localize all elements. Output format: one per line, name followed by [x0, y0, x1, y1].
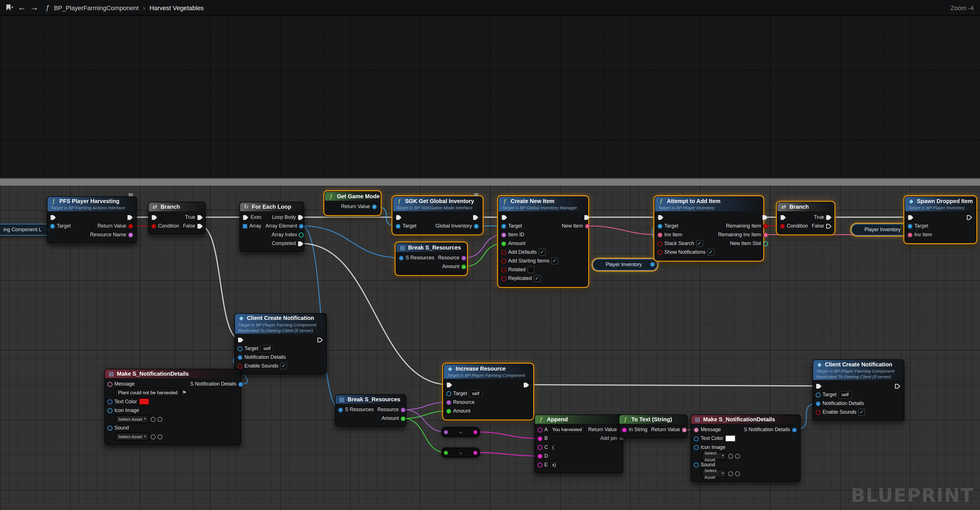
rotated-checkbox[interactable]: [527, 266, 534, 273]
pin-icon-image[interactable]: [694, 445, 699, 450]
forward-button[interactable]: →: [30, 0, 38, 15]
pin-global-inventory[interactable]: [474, 223, 479, 228]
pin-item-id[interactable]: [501, 232, 506, 237]
sound-asset-picker[interactable]: Select Asset▾: [116, 433, 149, 441]
pin-false[interactable]: [197, 223, 203, 229]
show-notifications-checkbox[interactable]: ✓: [707, 249, 714, 255]
target-value-chip[interactable]: self: [838, 391, 852, 398]
pin-text-color[interactable]: [694, 436, 699, 441]
pin-notification-details[interactable]: [816, 401, 821, 406]
enable-sounds-checkbox[interactable]: ✓: [280, 362, 287, 369]
branch-1[interactable]: ⇄BranchConditionTrueFalse: [148, 202, 205, 234]
pin-show-notifications[interactable]: [657, 250, 663, 255]
pin-exec-in[interactable]: [907, 214, 913, 220]
pin-new-item-slot[interactable]: [763, 241, 768, 246]
client-create-notification-1[interactable]: ◆Client Create NotificationTarget is BP …: [234, 313, 327, 375]
pin-exec-out[interactable]: [894, 383, 900, 389]
icon-image-asset-picker[interactable]: Select Asset▾: [702, 452, 726, 460]
pin-sound[interactable]: [108, 425, 113, 430]
sound-asset-picker[interactable]: Select Asset▾: [702, 469, 726, 478]
pin-exec-out[interactable]: [127, 214, 133, 220]
pin-exec-in[interactable]: [243, 214, 249, 220]
pin-exec-in[interactable]: [657, 214, 663, 220]
asset-browse-icon[interactable]: [735, 471, 740, 476]
break-s-resources-2[interactable]: ▤Break S_ResourcesS ResourcesResourceAmo…: [335, 394, 406, 427]
pin-c[interactable]: [538, 445, 542, 450]
pin-resource-name[interactable]: [128, 232, 133, 237]
pin-exec-out[interactable]: [966, 214, 972, 220]
pin-enable-sounds[interactable]: [237, 363, 243, 369]
pin-exec-out[interactable]: [317, 336, 323, 343]
make-s-notificationdetails-2[interactable]: ▤Make S_NotificationDetailsMessageText C…: [690, 414, 801, 482]
text-color-color-swatch[interactable]: [139, 398, 150, 405]
graph-canvas[interactable]: ing Component L✉ƒPFS Player HarvestingTa…: [0, 0, 980, 510]
pin-d[interactable]: [538, 453, 542, 459]
make-s-notificationdetails-1[interactable]: ▤Make S_NotificationDetailsMessagePlant …: [104, 369, 241, 445]
asset-use-icon[interactable]: [150, 434, 155, 439]
player-inventory-1[interactable]: Player Inventory: [592, 259, 657, 271]
pin-exec-out[interactable]: [473, 214, 479, 220]
break-s-resources-1[interactable]: ▤Break S_ResourcesS ResourcesResourceAmo…: [396, 242, 467, 275]
pin-amount[interactable]: [501, 241, 506, 246]
text-color-color-swatch[interactable]: [725, 435, 736, 442]
asset-browse-icon[interactable]: [158, 434, 162, 439]
pin-message[interactable]: [694, 427, 699, 432]
pin-resource[interactable]: [461, 255, 466, 260]
add-defaults-checkbox[interactable]: ✓: [539, 249, 546, 255]
pin-out[interactable]: [238, 382, 243, 387]
add-starting-items-checkbox[interactable]: ✓: [551, 257, 558, 264]
pin-stack-search[interactable]: [657, 241, 663, 246]
pin-inv-item[interactable]: [657, 232, 663, 237]
pin-exec-in[interactable]: [237, 336, 244, 343]
pin-amount[interactable]: [461, 264, 466, 269]
pin-notification-details[interactable]: [237, 355, 243, 360]
pin-b[interactable]: [538, 436, 542, 441]
append[interactable]: ƒAppendAYou harvestedBC(DEx)Return Value…: [535, 414, 623, 473]
pin-resource[interactable]: [401, 407, 406, 412]
pin-true[interactable]: [197, 214, 203, 220]
pin-exec-in[interactable]: [501, 214, 508, 220]
pin-exec-in[interactable]: [151, 214, 158, 220]
pin-in[interactable]: [444, 430, 449, 434]
conv-2[interactable]: »: [441, 448, 480, 457]
pin-amount[interactable]: [446, 408, 452, 413]
conv-1[interactable]: »: [441, 427, 480, 437]
sgk-get-global-inventory[interactable]: ✉ƒSGK Get Global InventoryTarget is BP S…: [393, 196, 483, 234]
pin-remaining-inv-item[interactable]: [763, 232, 768, 237]
back-button[interactable]: ←: [18, 0, 26, 15]
asset-use-icon[interactable]: [150, 416, 155, 422]
pin-target[interactable]: [50, 223, 55, 228]
icon-image-asset-picker[interactable]: Select Asset▾: [116, 415, 149, 423]
client-create-notification-2[interactable]: ◆Client Create NotificationTarget is BP …: [813, 359, 904, 421]
pin-false[interactable]: [826, 223, 832, 229]
pin-condition[interactable]: [151, 223, 156, 228]
stack-search-checkbox[interactable]: ✓: [696, 240, 703, 247]
pin-exec-in[interactable]: [50, 214, 56, 220]
pin-in[interactable]: [444, 450, 449, 455]
pin-array-index[interactable]: [299, 232, 304, 237]
pin-target[interactable]: [657, 223, 663, 228]
pin-exec-in[interactable]: [446, 382, 453, 388]
pin-rotated[interactable]: [501, 267, 506, 273]
pin-out[interactable]: [473, 450, 477, 455]
enable-sounds-checkbox[interactable]: ✓: [858, 409, 865, 415]
pin-completed[interactable]: [298, 240, 304, 246]
e-text-input[interactable]: x): [550, 461, 559, 469]
pin-s-resources[interactable]: [338, 407, 343, 412]
replicated-checkbox[interactable]: ✓: [534, 275, 540, 282]
pin-exec-out[interactable]: [584, 214, 590, 220]
pin-target[interactable]: [237, 346, 243, 351]
asset-use-icon[interactable]: [729, 471, 733, 476]
pin-new-item[interactable]: [585, 223, 590, 228]
branch-2[interactable]: ⇄BranchConditionTrueFalse: [777, 202, 834, 234]
pin-inv-item[interactable]: [907, 232, 912, 237]
pin-array[interactable]: [243, 223, 248, 228]
pin-replicated[interactable]: [501, 276, 506, 281]
pin-target[interactable]: [816, 392, 821, 397]
pin-add-starting-items[interactable]: [501, 258, 506, 264]
asset-browse-icon[interactable]: [158, 416, 162, 422]
pin-sound[interactable]: [694, 462, 699, 467]
attempt-to-add-item[interactable]: ƒAttempt to Add ItemTarget is BP Player …: [654, 196, 763, 261]
message-text-input[interactable]: Plant could not be harvested: [116, 389, 180, 397]
get-game-mode[interactable]: ƒGet Game ModeReturn Value: [325, 191, 381, 215]
